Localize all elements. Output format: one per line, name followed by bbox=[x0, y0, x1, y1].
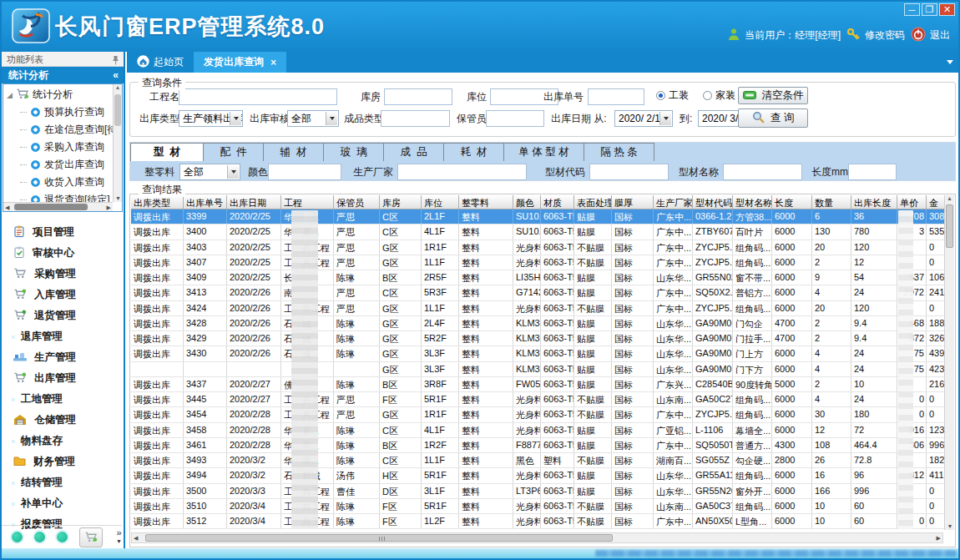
order-no-input[interactable] bbox=[588, 88, 644, 105]
profile-name-input[interactable] bbox=[723, 164, 802, 180]
tree-item-5[interactable]: 收货入库查询 bbox=[3, 174, 122, 191]
column-header[interactable]: 表面处理 bbox=[574, 195, 612, 209]
tree-vertical-scrollbar[interactable]: ▲ ▼ bbox=[113, 84, 122, 202]
table-row[interactable]: 调拨出库34282020/2/26石 城陈琳G区2L4F整料KLM3817606… bbox=[131, 316, 945, 331]
table-row[interactable]: 调拨出库35122020/3/4工 共工程陈琳F区1L2F整料光身料6063-T… bbox=[131, 514, 945, 529]
sidebar-item-3[interactable]: 采购管理 bbox=[2, 264, 124, 285]
material-tab-7[interactable]: 单 体 型 材 bbox=[504, 143, 584, 161]
column-header[interactable]: 材质 bbox=[541, 195, 574, 209]
expander-icon[interactable]: ◢ bbox=[7, 91, 13, 99]
radio-gongzhuang[interactable]: 工装 bbox=[656, 88, 689, 103]
column-header[interactable]: 出库类型 bbox=[131, 195, 184, 209]
tree-item-3[interactable]: 采购入库查询 bbox=[3, 139, 122, 156]
table-row[interactable]: 调拨出库34032020/2/25工 共工程严思G区1R1F整料光身料6063-… bbox=[131, 240, 945, 255]
nav-circle-icon[interactable] bbox=[12, 532, 23, 542]
material-tab-4[interactable]: 玻 璃 bbox=[324, 143, 384, 161]
column-header[interactable]: 出库单号 bbox=[184, 195, 227, 209]
material-tab-8[interactable]: 隔 热 条 bbox=[584, 143, 654, 161]
nav-circle-icon[interactable] bbox=[57, 532, 68, 542]
table-row[interactable]: 调拨出库35002020/3/3工 共工程曹佳D区3L1F整料LT3P60606… bbox=[131, 484, 945, 499]
table-row[interactable]: 调拨出库35102020/3/4工 共工程陈琳F区5R1F整料光身料6063-T… bbox=[131, 499, 945, 514]
product-type-input[interactable] bbox=[381, 110, 450, 127]
column-header[interactable]: 保管员 bbox=[334, 195, 380, 209]
close-button[interactable]: ✕ bbox=[939, 3, 955, 16]
column-header[interactable]: 型材名称 bbox=[733, 195, 772, 209]
material-tab-5[interactable]: 成 品 bbox=[384, 143, 444, 161]
tree-item-4[interactable]: 发货出库查询 bbox=[3, 156, 122, 174]
nav-more-button[interactable]: »▼ bbox=[116, 529, 122, 545]
table-row[interactable]: 调拨出库34132020/2/26南 ...严思C区5R3F整料G7142260… bbox=[131, 285, 945, 300]
column-header[interactable]: 型材代码 bbox=[693, 195, 733, 209]
minimize-button[interactable]: ─ bbox=[904, 3, 920, 16]
chevron-down-icon[interactable] bbox=[659, 112, 671, 125]
sidebar-item-5[interactable]: 退货管理 bbox=[2, 305, 124, 326]
sidebar-item-7[interactable]: 生产管理 bbox=[2, 347, 124, 368]
sidebar-item-6[interactable]: 退库管理 bbox=[2, 326, 124, 347]
table-row[interactable]: G区3L3F整料KLM38176063-T5贴膜国标山东华...GA90M09.… bbox=[131, 362, 945, 377]
sidebar-item-1[interactable]: 项目管理 bbox=[2, 222, 124, 243]
sidebar-item-2[interactable]: 审核中心 bbox=[2, 243, 124, 264]
sidebar-item-13[interactable]: 结转管理 bbox=[2, 472, 124, 493]
column-header[interactable]: 长度 bbox=[772, 195, 812, 209]
table-row[interactable]: 调拨出库34542020/2/28工 共工程严思G区1R1F整料光身料6063-… bbox=[131, 407, 945, 422]
warehouse-input[interactable] bbox=[384, 88, 452, 105]
audit-select[interactable]: 全部 bbox=[287, 110, 339, 127]
table-row[interactable]: 调拨出库34302020/2/26石 城陈琳G区3L3F整料KLM3817606… bbox=[131, 346, 945, 361]
column-header[interactable]: 工程 bbox=[281, 195, 334, 209]
logout-button[interactable]: 退出 bbox=[911, 27, 950, 44]
sidebar-item-14[interactable]: 补单中心 bbox=[2, 493, 124, 514]
nav-cart-button[interactable] bbox=[79, 527, 103, 547]
color-input[interactable] bbox=[268, 164, 341, 180]
sidebar-item-8[interactable]: 出库管理 bbox=[2, 368, 124, 389]
out-type-select[interactable]: 生产领料出库 bbox=[179, 110, 243, 127]
table-row[interactable]: 调拨出库34372020/2/27佛 ...陈琳B区3R8F整料FW056063… bbox=[131, 377, 945, 392]
change-password-button[interactable]: 修改密码 bbox=[846, 28, 905, 43]
table-row[interactable]: 调拨出库34612020/2/28华 原...陈琳B区1R2F整料F8877FT… bbox=[131, 438, 945, 453]
whole-part-select[interactable]: 全部 bbox=[179, 164, 240, 180]
statistics-section-header[interactable]: 统计分析 « bbox=[2, 67, 124, 83]
column-header[interactable]: 出库日期 bbox=[227, 195, 281, 209]
column-header[interactable]: 生产厂家 bbox=[654, 195, 693, 209]
table-horizontal-scrollbar[interactable]: ◀ ▶ bbox=[131, 532, 943, 543]
column-header[interactable]: 金 bbox=[927, 195, 945, 209]
tree-root[interactable]: ◢ 统计分析 bbox=[3, 84, 122, 103]
profile-code-input[interactable] bbox=[589, 164, 669, 180]
tree-horizontal-scrollbar[interactable]: ◀ ▶ bbox=[3, 202, 113, 211]
sidebar-item-9[interactable]: 工地管理 bbox=[2, 389, 124, 410]
column-header[interactable]: 出库长度 bbox=[851, 195, 897, 209]
table-vertical-scrollbar[interactable]: ▲ ▼ bbox=[944, 195, 954, 530]
collapse-icon[interactable]: « bbox=[113, 67, 119, 83]
table-row[interactable]: 调拨出库34582020/2/28华 原...陈琳C区4L1F整料光身料6063… bbox=[131, 423, 945, 438]
column-header[interactable]: 库房 bbox=[380, 195, 422, 209]
sidebar-item-4[interactable]: 入库管理 bbox=[2, 285, 124, 305]
tree-item-2[interactable]: 在途信息查询[待 bbox=[3, 121, 122, 139]
tree-item-1[interactable]: 预算执行查询 bbox=[3, 103, 122, 121]
length-input[interactable] bbox=[848, 164, 897, 180]
table-row[interactable]: 调拨出库34942020/3/2石 辉城汤伟H区5R1F整料光身料6063-T5… bbox=[131, 468, 945, 483]
column-header[interactable]: 整零料 bbox=[459, 195, 513, 209]
tab-shipment-query[interactable]: 发货出库查询× bbox=[194, 52, 286, 73]
column-header[interactable]: 数量 bbox=[812, 195, 851, 209]
table-row[interactable]: 调拨出库34072020/2/25工 共工程严思G区1L1F整料光身料6063-… bbox=[131, 255, 945, 270]
manufacturer-input[interactable] bbox=[397, 164, 527, 180]
chevron-down-icon[interactable] bbox=[326, 112, 337, 125]
table-row[interactable]: 调拨出库34452020/2/27工 共工程严思F区5R1F整料光身料6063-… bbox=[131, 392, 945, 407]
material-tab-2[interactable]: 配 件 bbox=[204, 143, 264, 161]
table-row[interactable]: 调拨出库34932020/3/2华 原...陈琳C区1L1F整料黑色塑料不贴膜国… bbox=[131, 453, 945, 468]
table-row[interactable]: 调拨出库34242020/2/26工 共工程严思G区1L1F整料光身料6063-… bbox=[131, 301, 945, 316]
table-row[interactable]: 调拨出库34092020/2/25长 ...陈琳B区2R5F整料LI35HD60… bbox=[131, 270, 945, 285]
sidebar-item-12[interactable]: 财务管理 bbox=[2, 452, 124, 472]
radio-jiazhuang[interactable]: 家装 bbox=[703, 88, 735, 103]
search-button[interactable]: 查 询 bbox=[738, 108, 808, 128]
table-row[interactable]: 调拨出库34002020/2/25华 原...严思C区4L1F整料SU10...… bbox=[131, 225, 945, 240]
maximize-button[interactable]: ❐ bbox=[922, 3, 937, 16]
nav-circle-icon[interactable] bbox=[34, 532, 45, 542]
tab-home[interactable]: 起始页 bbox=[127, 52, 194, 73]
sidebar-item-10[interactable]: 仓储管理 bbox=[2, 410, 124, 431]
material-tab-1[interactable]: 型 材 bbox=[130, 143, 204, 161]
close-tab-icon[interactable]: × bbox=[270, 57, 276, 68]
table-row[interactable]: 调拨出库33992020/2/25华 原...严思C区2L1F整料SU10...… bbox=[131, 209, 945, 225]
sidebar-item-11[interactable]: 物料盘存 bbox=[2, 431, 124, 452]
column-header[interactable]: 单价 bbox=[897, 195, 927, 209]
tab-list-dropdown-icon[interactable] bbox=[947, 60, 953, 64]
